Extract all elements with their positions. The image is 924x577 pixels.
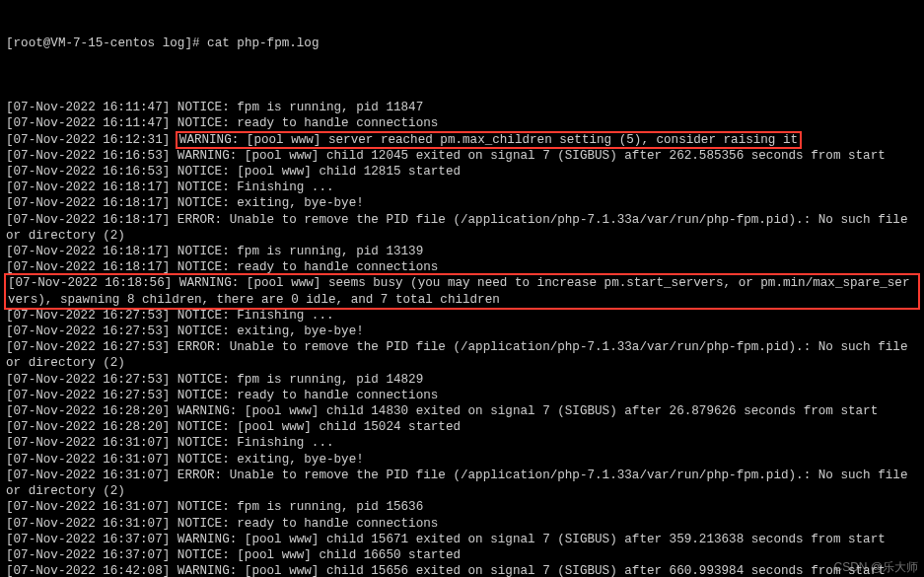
watermark: CSDN @乐大师 [833, 559, 918, 575]
log-line: [07-Nov-2022 16:18:17] ERROR: Unable to … [6, 212, 918, 244]
log-line: [07-Nov-2022 16:27:53] NOTICE: ready to … [6, 388, 918, 403]
log-line: [07-Nov-2022 16:31:07] NOTICE: ready to … [6, 516, 918, 532]
log-line: [07-Nov-2022 16:11:47] NOTICE: fpm is ru… [6, 100, 918, 115]
log-output: [07-Nov-2022 16:11:47] NOTICE: fpm is ru… [6, 100, 918, 577]
log-line: [07-Nov-2022 16:31:07] NOTICE: Finishing… [6, 435, 918, 451]
log-line: [07-Nov-2022 16:28:20] WARNING: [pool ww… [6, 403, 918, 419]
log-line: [07-Nov-2022 16:18:17] NOTICE: exiting, … [6, 195, 918, 211]
log-line: [07-Nov-2022 16:42:08] WARNING: [pool ww… [6, 563, 918, 577]
prompt-line: [root@VM-7-15-centos log]# cat php-fpm.l… [6, 36, 918, 51]
log-line: [07-Nov-2022 16:27:53] NOTICE: fpm is ru… [6, 372, 918, 388]
highlight-box: [07-Nov-2022 16:18:56] WARNING: [pool ww… [4, 273, 920, 309]
log-line: [07-Nov-2022 16:18:17] NOTICE: fpm is ru… [6, 244, 918, 259]
log-line: [07-Nov-2022 16:31:07] ERROR: Unable to … [6, 468, 918, 499]
prompt-cwd: log [163, 36, 185, 50]
log-line: [07-Nov-2022 16:31:07] NOTICE: fpm is ru… [6, 499, 918, 515]
log-line: [07-Nov-2022 16:18:56] WARNING: [pool ww… [6, 275, 918, 307]
log-line: [07-Nov-2022 16:27:53] NOTICE: Finishing… [6, 308, 918, 324]
log-line: [07-Nov-2022 16:28:20] NOTICE: [pool www… [6, 419, 918, 435]
highlight-box: WARNING: [pool www] server reached pm.ma… [176, 131, 802, 149]
log-line: [07-Nov-2022 16:27:53] NOTICE: exiting, … [6, 324, 918, 339]
log-line: [07-Nov-2022 16:18:17] NOTICE: Finishing… [6, 180, 918, 195]
log-line: [07-Nov-2022 16:31:07] NOTICE: exiting, … [6, 452, 918, 468]
log-line: [07-Nov-2022 16:12:31] WARNING: [pool ww… [6, 132, 918, 148]
prompt-host: VM-7-15-centos [50, 36, 155, 50]
log-line: [07-Nov-2022 16:11:47] NOTICE: ready to … [6, 115, 918, 131]
log-line: [07-Nov-2022 16:27:53] ERROR: Unable to … [6, 339, 918, 371]
terminal[interactable]: [root@VM-7-15-centos log]# cat php-fpm.l… [0, 0, 924, 577]
command-text: cat php-fpm.log [207, 36, 319, 50]
prompt-prefix: [root@ [6, 36, 50, 50]
log-line: [07-Nov-2022 16:37:07] NOTICE: [pool www… [6, 547, 918, 563]
log-line: [07-Nov-2022 16:37:07] WARNING: [pool ww… [6, 532, 918, 547]
log-line: [07-Nov-2022 16:16:53] WARNING: [pool ww… [6, 148, 918, 164]
log-line: [07-Nov-2022 16:16:53] NOTICE: [pool www… [6, 164, 918, 180]
